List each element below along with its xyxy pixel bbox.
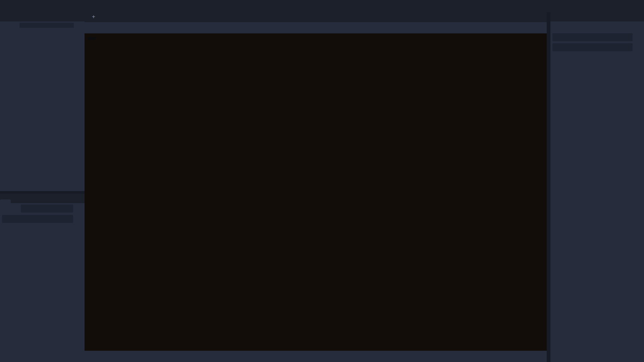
- new-resource-button[interactable]: [552, 23, 560, 31]
- dock-grip-icon: [85, 20, 89, 22]
- scene-dock-tabs: [0, 12, 85, 21]
- save-resource-button[interactable]: [570, 23, 578, 31]
- scene-tab-bar: +: [85, 12, 547, 22]
- left-dock: [0, 12, 85, 362]
- object-history-button[interactable]: [634, 23, 642, 31]
- new-scene-tab-button[interactable]: +: [89, 13, 99, 22]
- history-forward-button[interactable]: [11, 204, 19, 213]
- filesystem-tree: [0, 224, 85, 362]
- scene-tree: [0, 28, 85, 191]
- search-files-input[interactable]: [2, 215, 73, 223]
- open-docs-button[interactable]: [634, 33, 642, 41]
- sort-files-button[interactable]: [74, 215, 83, 223]
- filesystem-dock-tabs: [0, 194, 85, 203]
- filter-properties-input[interactable]: [552, 43, 633, 51]
- current-path: [21, 204, 73, 213]
- godot-editor-window: +: [0, 0, 644, 362]
- filesystem-nav: [0, 203, 85, 214]
- history-back-button[interactable]: [616, 23, 625, 31]
- menu-bar: [0, 0, 644, 12]
- bottom-panel-bar: [85, 351, 547, 362]
- filesystem-search-row: [0, 214, 85, 224]
- inspector-tools-button[interactable]: [634, 43, 642, 51]
- scene-dock: [0, 12, 85, 191]
- inspector-dock: [550, 12, 644, 362]
- inspector-properties: [550, 52, 644, 362]
- node-selector[interactable]: [552, 33, 633, 41]
- main-editor-area: +: [85, 12, 547, 362]
- edited-node-row: [550, 32, 644, 42]
- stop-button[interactable]: [586, 2, 594, 10]
- resource-menu-icon[interactable]: [579, 23, 587, 31]
- history-forward-button[interactable]: [625, 23, 633, 31]
- tab-filesystem[interactable]: [0, 199, 11, 203]
- history-back-button[interactable]: [2, 204, 10, 213]
- scene-render: [85, 34, 547, 351]
- perspective-button[interactable]: [88, 37, 96, 40]
- load-resource-button[interactable]: [561, 23, 569, 31]
- inspector-dock-tabs: [550, 12, 644, 21]
- playback-controls: [559, 2, 641, 10]
- viewport-3d[interactable]: [85, 34, 547, 351]
- play-button[interactable]: [559, 2, 567, 10]
- update-spinner-icon: [633, 2, 641, 10]
- inspector-toolbar: [550, 21, 644, 32]
- spatial-toolbar: [85, 22, 547, 34]
- toggle-split-mode-button[interactable]: [74, 204, 83, 213]
- pause-button[interactable]: [572, 2, 580, 10]
- filter-properties-row: [550, 42, 644, 52]
- play-custom-scene-button[interactable]: [612, 2, 621, 10]
- play-scene-button[interactable]: [599, 2, 607, 10]
- filesystem-dock: [0, 194, 85, 362]
